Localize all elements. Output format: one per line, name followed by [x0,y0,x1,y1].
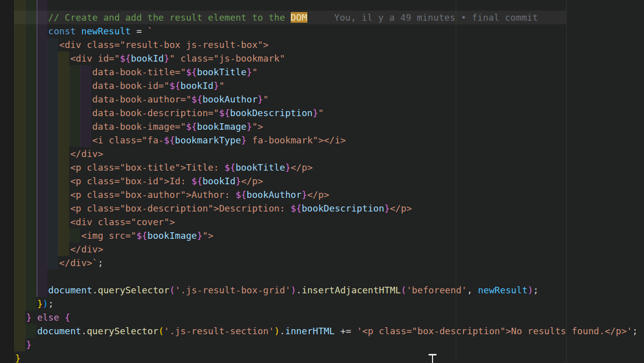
code-text: </div> [15,147,103,161]
code-text: <i class="fa-${bookmarkType} fa-bookmark… [15,133,346,147]
code-text: } else { [15,310,70,324]
code-text: <p class="box-description">Description: … [15,201,412,215]
code-text: // Create and add the result element to … [15,11,307,24]
code-line[interactable]: }); [0,297,644,310]
code-line[interactable]: document.querySelector('.js-result-secti… [0,324,644,338]
code-line[interactable]: <p class="box-description">Description: … [0,201,644,215]
code-line[interactable]: <p class="box-author">Author: ${bookAuth… [0,188,644,201]
code-line[interactable]: </div> [0,147,644,161]
code-line[interactable]: </div> [0,242,644,256]
code-text: <p class="box-author">Author: ${bookAuth… [15,188,329,201]
git-blame-annotation: You, il y a 49 minutes • final commit [334,11,538,24]
code-line[interactable]: <i class="fa-${bookmarkType} fa-bookmark… [0,133,644,147]
code-text: data-book-id="${bookId}" [15,79,225,92]
code-text: <p class="box-title">Title: ${bookTitle}… [15,161,313,174]
code-text: <div class="result-box js-result-box"> [15,38,269,51]
active-indent-guide [37,0,37,297]
code-line[interactable]: } [0,338,644,351]
code-line[interactable]: <div class="result-box js-result-box"> [0,38,644,51]
indent-band [14,270,25,283]
code-line[interactable] [0,270,644,283]
code-text: } [15,351,21,363]
code-text: <div class="cover"> [15,215,175,229]
code-text: </div>`; [15,256,103,270]
ibeam-mouse-cursor [428,354,437,363]
code-line[interactable]: <img src="${bookImage}"> [0,229,644,242]
code-text: data-book-author="${bookAuthor}" [15,92,269,106]
code-line[interactable]: <div id="${bookId}" class="js-bookmark" [0,51,644,65]
indent-band [25,270,36,283]
code-line[interactable]: } [0,351,644,363]
code-line[interactable]: const newResult = ` [0,24,644,38]
code-text: }); [15,297,53,310]
indent-band [36,0,47,11]
code-line[interactable]: </div>`; [0,256,644,270]
code-line[interactable]: data-book-id="${bookId}" [0,79,644,92]
code-text: document.querySelector('.js-result-secti… [15,324,638,338]
code-line[interactable]: <div class="cover"> [0,215,644,229]
indent-band [25,0,36,11]
code-text: <p class="box-id">Id: ${bookId}</p> [15,174,263,188]
code-line[interactable]: } else { [0,310,644,324]
code-text: </div> [15,242,103,256]
code-text: } [15,338,32,351]
code-line[interactable]: document.querySelector('.js-result-box-g… [0,283,644,297]
code-line[interactable]: data-book-image="${bookImage}"> [0,120,644,133]
code-text: data-book-image="${bookImage}"> [15,120,263,133]
indent-band [14,0,25,11]
code-editor[interactable]: // Create and add the result element to … [0,0,644,363]
code-line[interactable]: // Create and add the result element to … [0,11,644,24]
indent-band [36,270,47,283]
code-text: document.querySelector('.js-result-box-g… [15,283,539,297]
code-line[interactable] [0,0,644,11]
code-line[interactable]: <p class="box-id">Id: ${bookId}</p> [0,174,644,188]
code-text: data-book-title="${bookTitle}" [15,65,257,79]
find-match-highlight: DOM [291,12,307,23]
code-line[interactable]: data-book-author="${bookAuthor}" [0,92,644,106]
code-text: data-book-description="${bookDescription… [15,106,324,120]
code-text: const newResult = ` [15,24,153,38]
ibeam-stem [432,354,434,363]
code-line[interactable]: <p class="box-title">Title: ${bookTitle}… [0,161,644,174]
code-text: <div id="${bookId}" class="js-bookmark" [15,51,285,65]
code-line[interactable]: data-book-title="${bookTitle}" [0,65,644,79]
code-line[interactable]: data-book-description="${bookDescription… [0,106,644,120]
code-text: <img src="${bookImage}"> [15,229,213,242]
